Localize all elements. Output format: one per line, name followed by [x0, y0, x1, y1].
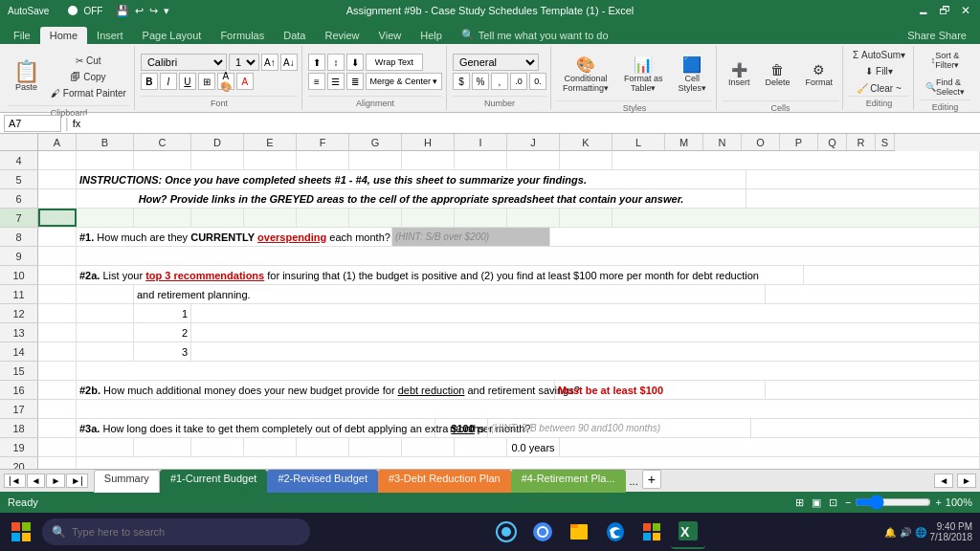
start-button[interactable]: [4, 515, 38, 549]
col-header-d[interactable]: D: [191, 134, 244, 151]
cell-c12[interactable]: 1: [134, 304, 191, 322]
cell-a6[interactable]: [38, 189, 77, 208]
row-header-6[interactable]: 6: [0, 189, 38, 209]
cell-b6-merged[interactable]: How? Provide links in the GREYED areas t…: [77, 189, 746, 208]
zoom-slider[interactable]: [855, 495, 931, 510]
view-layout-icon[interactable]: ▣: [812, 496, 821, 509]
tab-insert[interactable]: Insert: [87, 27, 133, 44]
cell-h19[interactable]: [402, 438, 455, 456]
cell-b8-merged[interactable]: #1. How much are they CURRENTLY overspen…: [77, 228, 392, 246]
cell-a5[interactable]: [38, 170, 77, 188]
row-header-17[interactable]: 17: [0, 400, 38, 419]
fill-button[interactable]: ⬇ Fill▾: [849, 64, 909, 78]
cell-b14[interactable]: [77, 342, 134, 361]
merge-center-button[interactable]: Merge & Center ▾: [366, 73, 442, 90]
cell-k16-merged[interactable]: Must be at least $100: [555, 381, 766, 399]
formula-input[interactable]: [84, 115, 976, 132]
row-header-7[interactable]: 7: [0, 209, 38, 228]
cell-g4[interactable]: [349, 151, 402, 169]
add-sheet-button[interactable]: +: [642, 470, 661, 489]
tab-formulas[interactable]: Formulas: [211, 27, 274, 44]
col-header-h[interactable]: H: [402, 134, 455, 151]
tab-debt-reduction[interactable]: #3-Debt Reduction Plan: [378, 470, 511, 493]
cell-b19[interactable]: [77, 438, 134, 456]
col-header-f[interactable]: F: [297, 134, 349, 151]
cell-f4[interactable]: [297, 151, 349, 169]
col-header-r[interactable]: R: [847, 134, 876, 151]
search-tab[interactable]: 🔍Tell me what you want to do: [452, 26, 618, 44]
search-input[interactable]: [72, 526, 301, 538]
tab-data[interactable]: Data: [274, 27, 315, 44]
comma-button[interactable]: ,: [491, 73, 508, 90]
cell-e7[interactable]: [244, 209, 297, 227]
cell-c11-merged[interactable]: and retirement planning.: [134, 285, 766, 303]
currency-button[interactable]: $: [453, 73, 470, 90]
taskbar-cortana[interactable]: [489, 515, 523, 549]
cell-b16-merged[interactable]: #2b. How much additional money does your…: [77, 381, 555, 399]
row-header-20[interactable]: 20: [0, 457, 38, 469]
sort-filter-button[interactable]: ↕ Sort &Filter▾: [920, 48, 970, 73]
clear-button[interactable]: 🧹 Clear ~: [849, 81, 909, 96]
tab-page-layout[interactable]: Page Layout: [133, 27, 212, 44]
copy-button[interactable]: 🗐 Copy: [47, 70, 130, 84]
cell-i19[interactable]: [455, 438, 507, 456]
cell-d4[interactable]: [191, 151, 244, 169]
taskbar-edge[interactable]: [598, 515, 633, 549]
notification-icon[interactable]: 🔔: [884, 527, 896, 538]
cell-b13[interactable]: [77, 323, 134, 342]
cell-a8[interactable]: [38, 228, 77, 246]
tab-revised-budget[interactable]: #2-Revised Budget: [267, 470, 378, 493]
autosave-toggle[interactable]: [53, 4, 79, 17]
close-button[interactable]: ✕: [959, 4, 972, 17]
tab-scroll-left[interactable]: ◄: [934, 474, 953, 488]
save-icon[interactable]: 💾: [116, 5, 129, 17]
format-button[interactable]: ⚙ Format: [800, 48, 839, 100]
cell-a7[interactable]: [38, 209, 77, 227]
col-header-k[interactable]: K: [560, 134, 612, 151]
col-header-j[interactable]: J: [507, 134, 560, 151]
cell-c14[interactable]: 3: [134, 342, 191, 361]
increase-font-button[interactable]: A↑: [261, 54, 278, 71]
align-right-button[interactable]: ≣: [346, 73, 364, 90]
align-center-button[interactable]: ☰: [327, 73, 345, 90]
font-name-select[interactable]: Calibri: [141, 54, 227, 71]
tab-help[interactable]: Help: [411, 27, 452, 44]
cell-a17[interactable]: [38, 400, 77, 418]
undo-icon[interactable]: ↩: [135, 5, 144, 17]
fill-color-button[interactable]: A🎨: [217, 73, 234, 90]
cell-f19[interactable]: [297, 438, 349, 456]
tab-summary[interactable]: Summary: [94, 470, 160, 493]
row-header-19[interactable]: 19: [0, 438, 38, 457]
cell-b10-merged[interactable]: #2a. List your top 3 recommendations for…: [77, 266, 804, 284]
cell-k7[interactable]: [560, 209, 612, 227]
number-format-select[interactable]: General: [453, 54, 539, 71]
cell-a16[interactable]: [38, 381, 77, 399]
cell-d19[interactable]: [191, 438, 244, 456]
network-icon[interactable]: 🌐: [915, 527, 926, 538]
col-header-m[interactable]: M: [665, 134, 703, 151]
row-header-15[interactable]: 15: [0, 362, 38, 381]
cell-j19[interactable]: 0.0 years: [507, 438, 560, 456]
cell-g7[interactable]: [349, 209, 402, 227]
cell-a20[interactable]: [38, 457, 77, 469]
cut-button[interactable]: ✂ Cut: [47, 54, 130, 68]
cell-a19[interactable]: [38, 438, 77, 456]
conditional-formatting-button[interactable]: 🎨 ConditionalFormatting▾: [557, 48, 614, 100]
cell-b11[interactable]: [77, 285, 134, 303]
cell-k4[interactable]: [560, 151, 612, 169]
cell-b18-merged[interactable]: #3a. How long does it take to get them c…: [77, 419, 435, 437]
taskbar-store[interactable]: [635, 515, 669, 549]
delete-button[interactable]: 🗑 Delete: [759, 48, 795, 100]
customize-icon[interactable]: ▾: [164, 5, 169, 17]
row-header-12[interactable]: 12: [0, 304, 38, 323]
row-header-8[interactable]: 8: [0, 228, 38, 247]
cell-g19[interactable]: [349, 438, 402, 456]
cell-c19[interactable]: [134, 438, 191, 456]
cell-a13[interactable]: [38, 323, 77, 342]
insert-button[interactable]: ➕ Insert: [723, 48, 756, 100]
col-header-l[interactable]: L: [612, 134, 665, 151]
tab-retirement[interactable]: #4-Retirement Pla...: [511, 470, 626, 493]
redo-icon[interactable]: ↪: [149, 5, 158, 17]
row-header-16[interactable]: 16: [0, 381, 38, 400]
cell-e19[interactable]: [244, 438, 297, 456]
